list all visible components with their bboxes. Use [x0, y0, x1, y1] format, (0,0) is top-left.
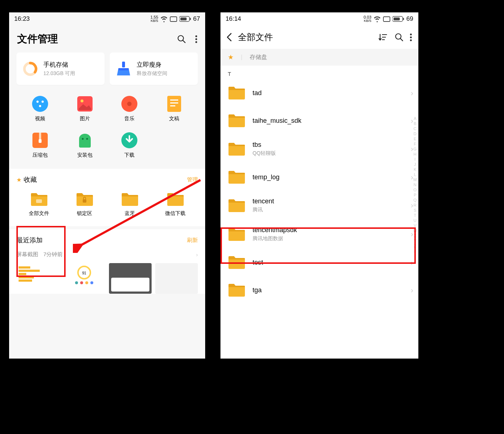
folder-icon — [30, 192, 48, 207]
image-icon — [77, 96, 93, 112]
alpha-index-letter[interactable]: K — [414, 167, 416, 172]
more-icon[interactable] — [195, 35, 197, 43]
alpha-index-letter[interactable]: E — [414, 137, 416, 141]
folder-name: tbs — [253, 141, 403, 149]
alpha-index-letter[interactable]: Z — [414, 244, 416, 248]
thumbnail[interactable]: 91 — [63, 263, 105, 294]
alpha-index-letter[interactable]: # — [414, 249, 416, 253]
alpha-index-letter[interactable]: Y — [414, 239, 416, 243]
alpha-index-letter[interactable]: R — [414, 203, 417, 207]
thumbnail[interactable] — [109, 263, 152, 294]
folder-row[interactable]: taihe_music_sdk› — [228, 107, 418, 134]
alpha-index-letter[interactable]: L — [414, 172, 416, 177]
alpha-index-letter[interactable]: D — [414, 132, 417, 136]
alpha-index-letter[interactable]: G — [414, 147, 417, 151]
folder-icon — [228, 142, 245, 156]
folder-icon — [228, 227, 245, 242]
broom-icon — [116, 61, 132, 77]
alpha-index-letter[interactable]: X — [414, 234, 416, 238]
folder-row[interactable]: tbsQQ轻聊版› — [228, 134, 418, 163]
search-icon[interactable] — [177, 35, 186, 43]
recent-source-row[interactable]: 屏幕截图 7分钟前 › — [16, 250, 198, 262]
svg-rect-21 — [170, 102, 178, 103]
folder-subtitle: QQ轻聊版 — [253, 150, 403, 157]
status-bar: 16:23 1.55KB/S 67 — [9, 12, 205, 26]
svg-rect-10 — [122, 62, 125, 67]
alpha-index-letter[interactable]: F — [414, 142, 416, 146]
thumbnail[interactable] — [16, 263, 59, 294]
back-icon[interactable] — [224, 32, 234, 42]
folder-row[interactable]: tencentmapsdk腾讯地图数据› — [228, 220, 418, 249]
svg-rect-20 — [170, 99, 178, 101]
breadcrumb[interactable]: ★ | 存储盘 — [220, 49, 418, 66]
folder-row[interactable]: temp_log› — [228, 163, 418, 191]
alpha-index-letter[interactable]: A — [414, 116, 416, 121]
svg-rect-29 — [36, 199, 42, 203]
alpha-index-letter[interactable]: I — [414, 157, 415, 161]
alpha-index-letter[interactable]: O — [414, 188, 417, 192]
screenshot-right: 16:14 0.03KB/S 69 全部文件 ★ | 存储盘 T tad›tai… — [220, 12, 418, 359]
cat-music[interactable]: 音乐 — [107, 96, 152, 122]
alpha-index-letter[interactable]: V — [414, 223, 416, 228]
apk-icon — [77, 132, 93, 148]
search-icon[interactable] — [394, 33, 404, 42]
folder-name: tad — [253, 89, 403, 97]
folder-icon — [121, 192, 138, 207]
alpha-index-letter[interactable]: C — [414, 126, 417, 131]
alpha-index-letter[interactable]: B — [414, 121, 416, 126]
storage-ring-icon — [22, 61, 38, 77]
recent-refresh[interactable]: 刷新 — [187, 237, 198, 244]
folder-name: tencent — [253, 198, 403, 205]
chevron-right-icon: › — [411, 286, 413, 294]
storage-card[interactable]: 手机存储 12.03GB 可用 — [16, 52, 105, 85]
crumb-label: 存储盘 — [250, 54, 267, 61]
folder-icon — [228, 283, 245, 297]
clean-card[interactable]: 立即瘦身 释放存储空间 — [110, 52, 198, 85]
alpha-index-letter[interactable]: T — [414, 213, 416, 218]
recent-thumbnails: 91 — [16, 262, 198, 294]
favorites-title: 收藏 — [24, 175, 37, 184]
cat-image[interactable]: 图片 — [63, 96, 108, 122]
svg-point-12 — [36, 101, 39, 103]
alpha-index-letter[interactable]: H — [414, 152, 417, 156]
thumbnail[interactable] — [155, 263, 198, 294]
screen-icon — [383, 16, 390, 22]
sort-icon[interactable] — [378, 33, 388, 42]
alpha-index-letter[interactable]: U — [414, 218, 417, 223]
doc-icon — [166, 96, 182, 112]
more-icon[interactable] — [410, 34, 412, 41]
cat-video[interactable]: 视频 — [18, 96, 63, 122]
cat-doc[interactable]: 文稿 — [152, 96, 197, 122]
alpha-index-letter[interactable]: Q — [414, 198, 417, 202]
fav-bluetooth[interactable]: 蓝牙 — [107, 189, 153, 221]
alpha-index-letter[interactable]: N — [414, 183, 417, 187]
clean-title: 立即瘦身 — [137, 60, 167, 69]
folder-list: tad›taihe_music_sdk›tbsQQ轻聊版›temp_log›te… — [220, 79, 418, 304]
favorites-manage[interactable]: 管理 — [187, 176, 198, 183]
alpha-index-letter[interactable]: S — [414, 208, 416, 212]
alpha-index-letter[interactable]: W — [413, 228, 417, 233]
svg-point-27 — [86, 138, 88, 140]
folder-subtitle: 腾讯 — [253, 207, 403, 213]
screenshot-left: 16:23 1.55KB/S 67 文件管理 手机存储 12.03GB 可用 — [9, 12, 205, 359]
folder-row[interactable]: test› — [228, 249, 418, 276]
cat-zip[interactable]: 压缩包 — [18, 132, 63, 159]
fav-wechat[interactable]: 微信下载 — [153, 189, 198, 221]
cat-apk[interactable]: 安装包 — [63, 132, 108, 159]
header: 文件管理 — [9, 26, 205, 52]
screen-icon — [170, 16, 177, 22]
folder-row[interactable]: tga› — [228, 276, 418, 304]
folder-row[interactable]: tencent腾讯› — [228, 191, 418, 220]
alpha-index-letter[interactable]: M — [413, 177, 417, 182]
alpha-index-letter[interactable]: J — [414, 162, 416, 167]
fav-all-files[interactable]: 全部文件 — [16, 189, 62, 221]
battery-icon — [179, 16, 191, 22]
fav-lock[interactable]: 锁定区 — [62, 189, 108, 221]
recent-time: 7分钟前 — [43, 251, 63, 258]
cat-download[interactable]: 下载 — [107, 132, 152, 159]
status-bar: 16:14 0.03KB/S 69 — [220, 12, 418, 26]
video-icon — [32, 96, 48, 112]
alpha-index-letter[interactable]: P — [414, 193, 416, 197]
alpha-index[interactable]: ABCDEFGHIJKLMNOPQRSTUVWXYZ# — [413, 116, 417, 253]
folder-row[interactable]: tad› — [228, 79, 418, 107]
